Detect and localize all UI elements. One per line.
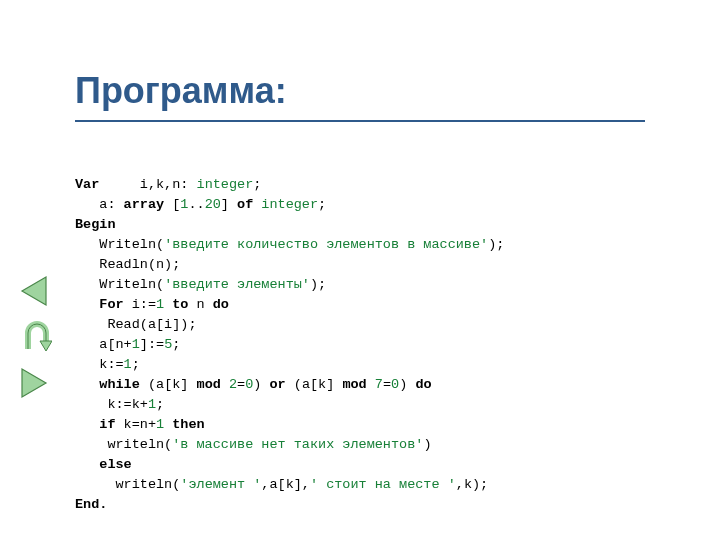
code-text: integer — [261, 197, 318, 212]
code-text: a[n+ — [75, 337, 132, 352]
code-text: [ — [164, 197, 180, 212]
code-text: do — [415, 377, 431, 392]
code-text: n — [188, 297, 212, 312]
code-text: integer — [197, 177, 254, 192]
u-turn-icon — [16, 319, 52, 355]
code-text: Var — [75, 177, 99, 192]
code-text: mod — [197, 377, 221, 392]
code-text: For — [99, 297, 123, 312]
code-text: 1 — [156, 297, 164, 312]
code-text: to — [172, 297, 188, 312]
code-text: ' стоит на месте ' — [310, 477, 456, 492]
code-text: ); — [488, 237, 504, 252]
code-text: 1 — [132, 337, 140, 352]
code-text — [75, 297, 99, 312]
code-text: ) — [423, 437, 431, 452]
code-text: ,a[k], — [261, 477, 310, 492]
code-text: = — [383, 377, 391, 392]
svg-marker-0 — [22, 277, 46, 305]
code-text: k:= — [75, 357, 124, 372]
code-text: then — [172, 417, 204, 432]
code-text: 7 — [375, 377, 383, 392]
title-underline — [75, 120, 645, 122]
code-text: ); — [310, 277, 326, 292]
svg-marker-2 — [22, 369, 46, 397]
code-text: 'введите элементы' — [164, 277, 310, 292]
code-text: 'в массиве нет таких элементов' — [172, 437, 423, 452]
code-text: Read(a[i]); — [75, 317, 197, 332]
code-text: mod — [342, 377, 366, 392]
code-text: 1 — [156, 417, 164, 432]
svg-marker-1 — [40, 341, 52, 351]
code-text: 'введите количество элементов в массиве' — [164, 237, 488, 252]
code-text: 'элемент ' — [180, 477, 261, 492]
code-text: 0 — [391, 377, 399, 392]
code-text: (a[k] — [286, 377, 343, 392]
code-text — [75, 417, 99, 432]
code-text: ; — [172, 337, 180, 352]
code-text: ,k); — [456, 477, 488, 492]
code-text: k=n+ — [116, 417, 157, 432]
code-text: (a[k] — [140, 377, 197, 392]
code-text: 1 — [124, 357, 132, 372]
code-text — [75, 377, 99, 392]
code-text: Begin — [75, 217, 116, 232]
page-title: Программа: — [75, 70, 287, 112]
back-button[interactable] — [14, 271, 54, 311]
code-text: = — [237, 377, 245, 392]
code-text: ; — [318, 197, 326, 212]
code-block: Var i,k,n: integer; a: array [1..20] of … — [75, 155, 504, 515]
code-text: of — [237, 197, 253, 212]
code-text: ; — [156, 397, 164, 412]
code-text: ; — [253, 177, 261, 192]
code-text: 1 — [148, 397, 156, 412]
code-text: array — [124, 197, 165, 212]
triangle-right-icon — [16, 365, 52, 401]
code-text: ) — [253, 377, 269, 392]
nav-buttons — [14, 265, 62, 409]
code-text: or — [270, 377, 286, 392]
code-text: 20 — [205, 197, 221, 212]
code-text: Writeln( — [75, 277, 164, 292]
triangle-left-icon — [16, 273, 52, 309]
code-text: Writeln( — [75, 237, 164, 252]
code-text: ] — [221, 197, 237, 212]
code-text: a: — [75, 197, 124, 212]
code-text: End. — [75, 497, 107, 512]
code-text: Readln(n); — [75, 257, 180, 272]
code-text: i:= — [124, 297, 156, 312]
code-text: writeln( — [75, 437, 172, 452]
refresh-button[interactable] — [14, 317, 54, 357]
code-text: k:=k+ — [75, 397, 148, 412]
forward-button[interactable] — [14, 363, 54, 403]
code-text: i,k,n: — [99, 177, 196, 192]
code-text: ) — [399, 377, 415, 392]
code-text — [221, 377, 229, 392]
code-text: while — [99, 377, 140, 392]
code-text: if — [99, 417, 115, 432]
code-text: .. — [188, 197, 204, 212]
code-text: else — [99, 457, 131, 472]
code-text — [367, 377, 375, 392]
code-text — [75, 457, 99, 472]
code-text: writeln( — [75, 477, 180, 492]
code-text: 2 — [229, 377, 237, 392]
code-text: do — [213, 297, 229, 312]
code-text: ; — [132, 357, 140, 372]
code-text: ]:= — [140, 337, 164, 352]
